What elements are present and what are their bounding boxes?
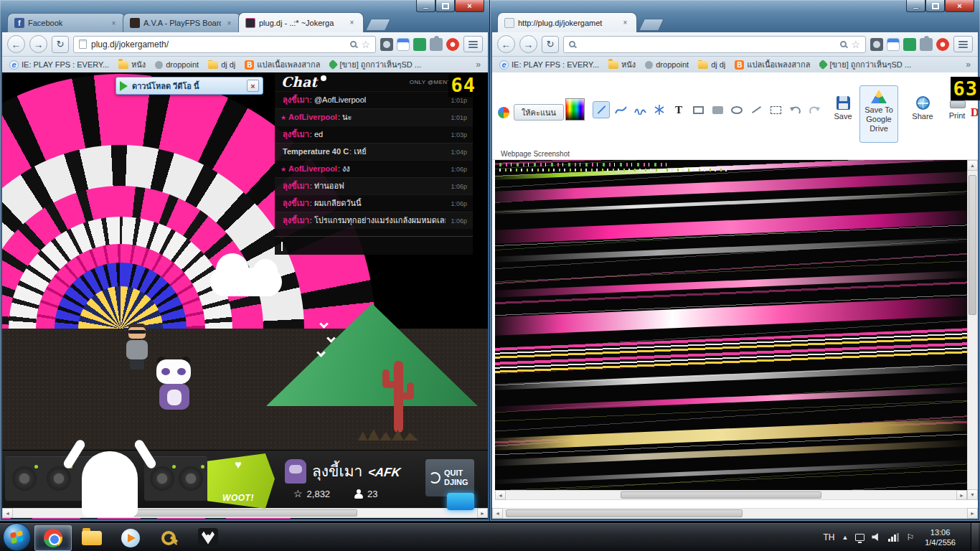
bookmark-item[interactable]: eIE: PLAY FPS : EVERY... <box>499 60 599 70</box>
hidden-icons-chevron[interactable]: ▲ <box>842 534 848 541</box>
save-button[interactable]: Save <box>829 96 857 121</box>
line-tool[interactable] <box>593 101 610 118</box>
woot-button[interactable]: ♥ WOOT! <box>207 453 275 509</box>
show-desktop-button[interactable] <box>971 523 979 551</box>
bookmarks-overflow-chevron[interactable]: » <box>966 60 971 70</box>
forward-button[interactable]: → <box>29 35 47 53</box>
address-bar[interactable]: plug.dj/jokergameth/ ☆ <box>73 36 376 53</box>
bookmark-item[interactable]: Bแปลเนื้อเพลงสากล <box>245 58 320 71</box>
tab-close-icon[interactable]: × <box>225 19 234 28</box>
close-button[interactable]: × <box>945 0 974 12</box>
volume-tray-icon[interactable] <box>872 533 881 542</box>
language-indicator[interactable]: TH <box>823 532 834 542</box>
drive-extension-icon[interactable] <box>413 38 426 51</box>
reload-button[interactable]: ↻ <box>52 36 69 53</box>
bookmark-item[interactable]: Bแปลเนื้อเพลงสากล <box>735 58 810 71</box>
zoom-icon[interactable] <box>350 41 357 47</box>
maximize-button[interactable] <box>925 0 945 12</box>
bookmark-item[interactable]: [ขาย] ถูกกว่าเห็นๆSD ... <box>329 58 421 71</box>
scrollbar-thumb[interactable] <box>969 175 976 315</box>
tab-ava-board[interactable]: A.V.A - PlayFPS Board × <box>123 13 241 32</box>
bookmark-item[interactable]: droppoint <box>155 60 199 69</box>
puzzle-extension-icon[interactable] <box>430 38 443 51</box>
vertical-scrollbar[interactable]: ▲ ▼ <box>967 160 978 500</box>
bookmark-item[interactable]: eIE: PLAY FPS : EVERY... <box>9 60 109 70</box>
filled-rectangle-tool[interactable] <box>709 101 726 118</box>
tab-close-icon[interactable]: × <box>621 18 630 27</box>
foobar-taskbar-button[interactable] <box>189 525 227 551</box>
chat-input[interactable] <box>275 236 473 255</box>
tab-plugdj-active[interactable]: plug.dj - ..:* ~Jokerga × <box>238 12 364 32</box>
calendar-extension-icon[interactable] <box>887 38 900 51</box>
download-bar-close-button[interactable]: × <box>247 80 259 92</box>
share-button[interactable]: Share <box>908 96 937 121</box>
scroll-right-arrow[interactable]: ► <box>956 490 967 500</box>
browser-menu-button[interactable] <box>463 36 483 52</box>
save-to-google-drive-button[interactable]: Save To Google Drive <box>859 85 898 143</box>
zoom-icon[interactable] <box>840 41 847 47</box>
bookmark-item[interactable]: dj dj <box>698 60 725 69</box>
explorer-taskbar-button[interactable] <box>73 525 110 551</box>
new-tab-button[interactable] <box>365 19 391 31</box>
action-center-flag-icon[interactable]: ⚐ <box>906 532 914 542</box>
start-button[interactable] <box>3 523 31 551</box>
bookmark-star-icon[interactable]: ☆ <box>851 39 860 50</box>
inner-horizontal-scrollbar[interactable]: ◄ ► <box>495 490 967 500</box>
message-author[interactable]: ลุงขี้เมา <box>283 215 312 225</box>
bookmark-item[interactable]: dj dj <box>208 60 235 69</box>
tab-close-icon[interactable]: × <box>109 19 118 28</box>
thin-line-tool[interactable] <box>748 101 765 118</box>
avatar-crowd-figure[interactable] <box>68 437 151 517</box>
browser-menu-button[interactable] <box>953 36 973 52</box>
bookmark-item[interactable]: หนัง <box>118 58 146 71</box>
ellipse-tool[interactable] <box>728 101 745 118</box>
message-author[interactable]: ลุงขี้เมา <box>283 95 312 105</box>
calendar-extension-icon[interactable] <box>397 38 410 51</box>
clock[interactable]: 13:06 1/4/2556 <box>921 527 959 547</box>
avatar-panda[interactable] <box>154 357 194 410</box>
message-author[interactable]: ลุงขี้เมา <box>283 181 312 191</box>
screenshot-extension-icon[interactable] <box>380 38 393 51</box>
display-tray-icon[interactable] <box>855 534 864 541</box>
scrollbar-track[interactable] <box>503 508 967 519</box>
scrollbar-track[interactable] <box>506 490 956 500</box>
scrollbar-thumb[interactable] <box>121 509 357 517</box>
minimize-button[interactable] <box>416 0 435 12</box>
message-author[interactable]: Temperature 40 C <box>283 146 352 156</box>
rectangle-tool[interactable] <box>689 101 707 118</box>
scroll-right-arrow[interactable]: ► <box>967 508 978 519</box>
scroll-left-arrow[interactable]: ◄ <box>2 508 13 518</box>
color-palette-picker[interactable] <box>565 98 585 121</box>
drive-extension-icon[interactable] <box>903 38 916 51</box>
message-author[interactable]: ลุงขี้เมา <box>283 129 312 139</box>
redo-button[interactable] <box>806 101 823 118</box>
bookmark-item[interactable]: หนัง <box>608 58 636 71</box>
scroll-left-arrow[interactable]: ◄ <box>495 490 506 500</box>
scrollbar-thumb[interactable] <box>621 491 821 499</box>
avatar-dj[interactable] <box>123 324 151 374</box>
chrome-taskbar-button[interactable] <box>34 525 72 551</box>
back-button[interactable]: ← <box>497 35 515 53</box>
curve-tool[interactable] <box>612 101 629 118</box>
tab-plugdj-screenshot[interactable]: http://plug.dj/jokergamet × <box>497 12 637 32</box>
message-author[interactable]: ลุงขี้เมา <box>283 198 312 208</box>
minimize-button[interactable] <box>906 0 925 12</box>
bookmark-star-icon[interactable]: ☆ <box>361 39 370 50</box>
maximize-button[interactable] <box>435 0 455 12</box>
red-extension-icon[interactable] <box>936 38 949 51</box>
reload-button[interactable]: ↻ <box>542 36 559 53</box>
blue-notification-badge[interactable] <box>447 493 474 510</box>
tab-facebook[interactable]: f Facebook × <box>7 13 126 32</box>
rate-button[interactable]: ให้คะแนน <box>514 104 564 121</box>
forward-button[interactable]: → <box>519 35 537 53</box>
crop-select-tool[interactable] <box>767 101 784 118</box>
close-button[interactable]: × <box>455 0 484 12</box>
bookmarks-overflow-chevron[interactable]: » <box>476 60 481 70</box>
new-tab-button[interactable] <box>639 19 664 31</box>
tab-close-icon[interactable]: × <box>347 18 357 27</box>
quit-dj-button[interactable]: QUIT DJING <box>425 459 474 496</box>
bookmark-item[interactable]: droppoint <box>645 60 689 69</box>
download-link[interactable]: ดาวน์โหลด วีดีโอ นี้ <box>132 80 242 93</box>
red-extension-icon[interactable] <box>446 38 459 51</box>
scrollbar-thumb[interactable] <box>506 509 743 517</box>
